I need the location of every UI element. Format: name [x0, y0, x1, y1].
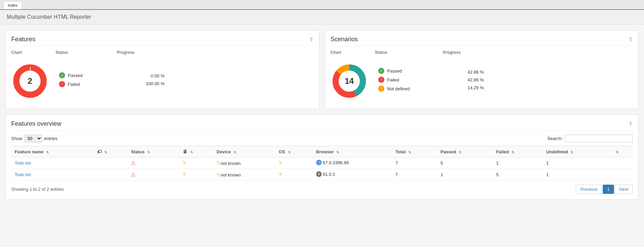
row2-os: ? — [275, 169, 312, 181]
search-label: Search: — [547, 136, 563, 141]
sort-icon-extra: ⇅ — [616, 150, 618, 154]
row2-feature-link[interactable]: Todo list — [15, 172, 31, 177]
scenarios-failed-icon: ! — [378, 77, 384, 83]
entries-select[interactable]: 50 10 25 100 — [25, 135, 42, 142]
row1-device-type: ? — [179, 157, 213, 169]
row2-device: ? not known — [213, 169, 275, 181]
row1-undefined: 1 — [543, 157, 611, 169]
scenarios-passed-label: Passed — [387, 68, 402, 74]
app-title: Multiple Cucumber HTML Reporter — [7, 14, 91, 20]
col-passed[interactable]: Passed ⇅ — [437, 146, 493, 157]
col-extra[interactable]: ⇅ — [611, 146, 633, 157]
scenarios-donut: 14 — [331, 62, 368, 100]
row1-failed: 1 — [493, 157, 543, 169]
scenarios-progress-notdefined: 14.29 % — [443, 85, 484, 90]
scenarios-status-passed: ✓ Passed — [378, 68, 433, 74]
features-panel-header: Features ⇧ — [11, 36, 313, 46]
showing-text: Showing 1 to 2 of 2 entries — [11, 187, 64, 192]
row1-total: 7 — [392, 157, 437, 169]
features-passed-label: Passed — [68, 73, 82, 78]
scenarios-col-status: Status — [375, 50, 443, 55]
scenarios-col-headers: Chart Status Progress — [331, 50, 633, 55]
index-tab[interactable]: index — [3, 1, 22, 9]
row1-passed: 5 — [437, 157, 493, 169]
col-device[interactable]: Device ⇅ — [213, 146, 275, 157]
sort-icon-feature: ⇅ — [46, 150, 49, 154]
next-button[interactable]: Next — [615, 185, 633, 194]
sort-icon-status: ⇅ — [147, 150, 150, 154]
scenarios-donut-label: 14 — [345, 76, 354, 86]
tab-bar: index — [0, 0, 644, 10]
row2-device-q-icon: ? — [217, 172, 219, 177]
svg-point-11 — [318, 173, 320, 175]
scenarios-progress-failed: 42.86 % — [443, 77, 484, 82]
row1-status: ⚠ — [127, 157, 179, 169]
sort-icon-device: ⇅ — [233, 150, 236, 154]
passed-icon: ✓ — [59, 72, 65, 78]
scenarios-collapse-btn[interactable]: ⇧ — [628, 36, 633, 43]
col-total[interactable]: Total ⇅ — [392, 146, 437, 157]
row1-os-icon: ? — [279, 160, 281, 166]
scenarios-status-section: ✓ Passed ! Failed ? Not defined — [378, 68, 433, 94]
row1-browser: 67.0.3396.99 — [313, 157, 392, 169]
scenarios-col-progress: Progress — [443, 50, 461, 55]
show-label: Show — [11, 136, 22, 141]
row2-passed: 1 — [437, 169, 493, 181]
sort-icon-failed: ⇅ — [511, 150, 514, 154]
scenarios-passed-icon: ✓ — [378, 68, 384, 74]
pagination-row: Showing 1 to 2 of 2 entries Previous 1 N… — [11, 185, 633, 194]
search-box: Search: — [547, 135, 633, 142]
table-controls: Show 50 10 25 100 entries Search: — [11, 135, 633, 142]
previous-button[interactable]: Previous — [576, 185, 602, 194]
features-status-section: ✓ Passed ! Failed — [59, 72, 113, 90]
col-os[interactable]: OS ⇅ — [275, 146, 312, 157]
row2-tags — [94, 169, 128, 181]
row1-extra — [611, 157, 633, 169]
features-progress-failed: 100.00 % — [124, 81, 165, 86]
row1-os: ? — [275, 157, 312, 169]
table-row: Todo list ⚠ ? ? not known ? — [11, 157, 633, 169]
scenarios-failed-label: Failed — [387, 77, 399, 82]
panels-row: Features ⇧ Chart Status Progress — [5, 30, 639, 109]
col-status[interactable]: Status ⇅ — [127, 146, 179, 157]
features-donut: 2 — [11, 62, 49, 100]
row2-browser-icon — [316, 171, 322, 177]
features-col-status: Status — [56, 50, 117, 55]
search-input[interactable] — [565, 135, 633, 142]
scenarios-panel: Scenarios ⇧ Chart Status Progress — [325, 30, 639, 109]
scenarios-panel-header: Scenarios ⇧ — [331, 36, 633, 46]
row1-device-type-icon: ? — [183, 160, 185, 166]
col-undefined[interactable]: Undefined ⇅ — [543, 146, 611, 157]
col-browser[interactable]: Browser ⇅ — [313, 146, 392, 157]
scenarios-chart-section: 14 ✓ Passed ! Failed ? Not defined — [331, 59, 633, 103]
col-device-type[interactable]: 🖥 ⇅ — [179, 146, 213, 157]
row1-browser-icon — [316, 160, 322, 165]
row2-failed: 5 — [493, 169, 543, 181]
page-1-button[interactable]: 1 — [603, 185, 614, 194]
col-failed[interactable]: Failed ⇅ — [493, 146, 543, 157]
failed-icon: ! — [59, 81, 65, 87]
row2-extra — [611, 169, 633, 181]
features-col-chart: Chart — [11, 50, 56, 55]
row2-feature-name: Todo list — [11, 169, 94, 181]
features-status-passed: ✓ Passed — [59, 72, 113, 78]
table-header-row: Feature name ⇅ 🏷 ⇅ Status ⇅ 🖥 ⇅ Device ⇅… — [11, 146, 633, 157]
overview-panel: Features overview ⇧ Show 50 10 25 100 en… — [5, 114, 639, 200]
col-tags[interactable]: 🏷 ⇅ — [94, 146, 128, 157]
overview-title: Features overview — [11, 120, 61, 127]
features-collapse-btn[interactable]: ⇧ — [309, 36, 313, 43]
scenarios-status-notdefined: ? Not defined — [378, 86, 433, 92]
row1-feature-link[interactable]: Todo list — [15, 160, 31, 166]
sort-icon-passed: ⇅ — [459, 150, 461, 154]
row2-status-icon: ⚠ — [131, 172, 136, 177]
col-feature-name[interactable]: Feature name ⇅ — [11, 146, 94, 157]
sort-icon-device-type: ⇅ — [190, 150, 193, 154]
row2-undefined: 1 — [543, 169, 611, 181]
features-status-failed: ! Failed — [59, 81, 113, 87]
overview-collapse-btn[interactable]: ⇧ — [628, 121, 633, 127]
sort-icon-tags: ⇅ — [104, 150, 107, 154]
scenarios-title: Scenarios — [331, 36, 358, 43]
main-content: Features ⇧ Chart Status Progress — [0, 25, 644, 205]
pagination-btns: Previous 1 Next — [576, 185, 633, 194]
scenarios-notdefined-icon: ? — [378, 86, 384, 92]
